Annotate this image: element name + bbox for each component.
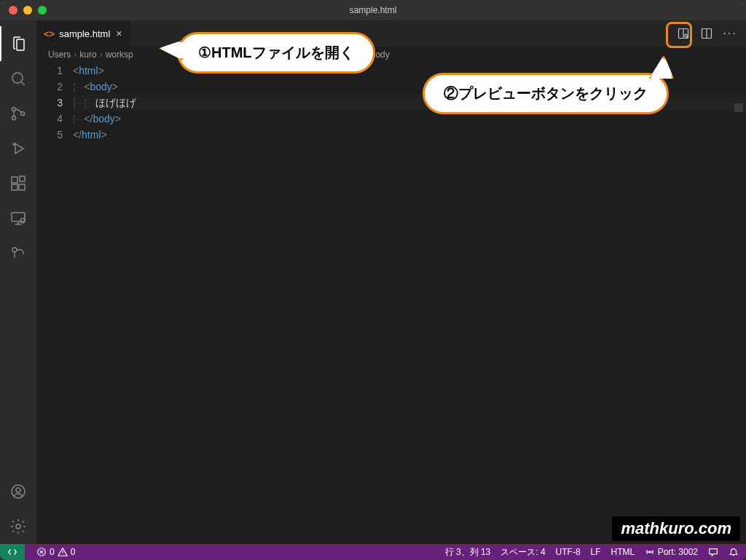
error-icon [36,547,47,558]
indentation[interactable]: スペース: 4 [500,546,545,559]
svg-point-14 [16,524,20,529]
problems-button[interactable]: 0 0 [36,547,75,558]
maximize-window-button[interactable] [38,6,47,15]
feedback-icon[interactable] [708,547,718,558]
encoding[interactable]: UTF-8 [556,547,581,557]
eol[interactable]: LF [591,547,601,557]
svg-point-4 [13,143,15,145]
window-controls [9,6,47,15]
breadcrumb-segment[interactable]: kuro [79,50,96,60]
annotation-text: ②プレビューボタンをクリック [423,73,669,114]
annotation-callout-2: ②プレビューボタンをクリック [423,73,669,114]
tab-sample-html[interactable]: <> sample.html × [36,20,130,47]
close-window-button[interactable] [9,6,17,15]
tab-bar: <> sample.html × ··· [36,20,746,47]
chevron-right-icon: › [74,50,76,60]
svg-point-1 [12,108,16,111]
line-numbers: 1 2 3 4 5 [36,63,73,544]
remote-indicator[interactable] [0,544,25,560]
tab-label: sample.html [59,28,110,39]
minimize-window-button[interactable] [23,6,32,15]
activity-bar [0,20,36,544]
language-mode[interactable]: HTML [611,547,635,557]
remote-explorer-icon[interactable] [0,201,36,236]
svg-point-11 [12,248,17,252]
annotation-callout-1: ①HTMLファイルを開く [177,32,375,74]
explorer-icon[interactable] [0,26,36,61]
more-actions-button[interactable]: ··· [720,23,740,44]
breadcrumb-segment[interactable]: Users [48,50,71,60]
svg-rect-6 [12,184,17,190]
breadcrumb[interactable]: Users › kuro › worksp body [36,47,746,63]
title-bar: sample.html [0,0,746,20]
svg-rect-5 [12,177,17,183]
cursor-position[interactable]: 行 3、列 13 [445,546,491,559]
chevron-right-icon: › [100,50,103,60]
svg-point-13 [16,488,20,492]
text-editor[interactable]: 1 2 3 4 5 <html> |···<body> |···|···ほげほげ… [36,63,746,544]
broadcast-icon [645,547,655,557]
go-live-port[interactable]: Port: 3002 [645,547,698,558]
svg-rect-9 [12,213,25,221]
svg-point-16 [685,34,688,37]
split-editor-button[interactable] [696,23,717,44]
svg-point-2 [12,117,16,120]
minimap[interactable] [731,63,746,135]
svg-point-19 [649,552,651,553]
window-title: sample.html [350,5,397,15]
svg-rect-8 [20,176,25,181]
watermark: mathkuro.com [612,516,740,541]
close-tab-icon[interactable]: × [114,28,123,39]
source-control-icon[interactable] [0,96,36,131]
extensions-icon[interactable] [0,166,36,201]
open-preview-button[interactable] [673,23,694,44]
annotation-text: ①HTMLファイルを開く [177,32,375,74]
search-icon[interactable] [0,61,36,96]
svg-point-3 [21,112,25,116]
breadcrumb-segment[interactable]: worksp [106,50,133,60]
svg-rect-7 [19,184,25,190]
git-graph-icon[interactable] [0,236,36,271]
svg-point-0 [12,73,23,83]
settings-gear-icon[interactable] [0,509,36,544]
code-content[interactable]: <html> |···<body> |···|···ほげほげ |···</bod… [73,63,746,544]
debug-icon[interactable] [0,131,36,166]
svg-point-10 [20,218,25,223]
warning-icon [58,547,68,558]
html-file-icon: <> [44,28,55,39]
status-bar: 0 0 行 3、列 13 スペース: 4 UTF-8 LF HTML Port:… [0,544,746,560]
vscode-window: sample.html [0,0,746,560]
account-icon[interactable] [0,474,36,509]
bell-icon[interactable] [729,547,739,558]
